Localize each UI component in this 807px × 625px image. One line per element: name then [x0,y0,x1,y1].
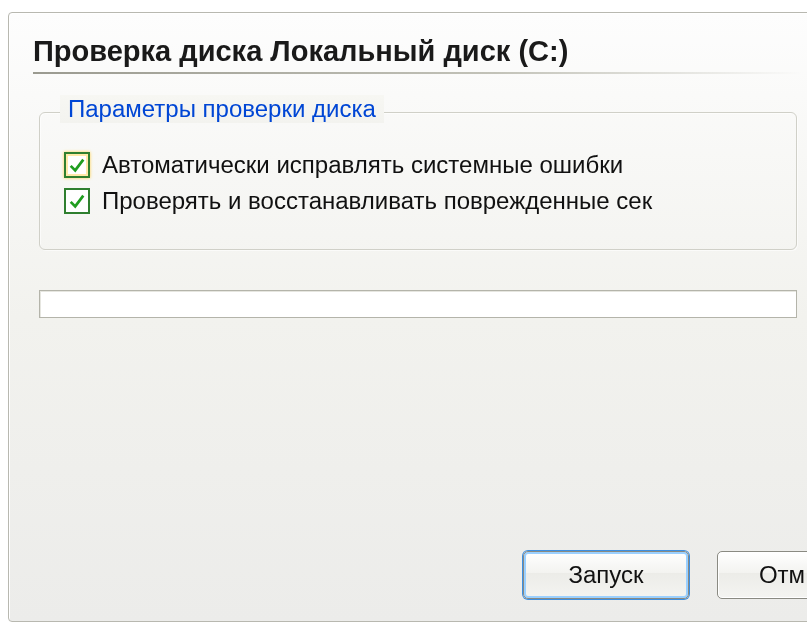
check-icon [68,192,86,210]
button-row: Запуск Отм [9,551,807,599]
title-bar: Проверка диска Локальный диск (C:) [9,13,807,84]
button-label: Отм [759,561,805,589]
checkbox-fix-errors[interactable] [64,152,90,178]
title-separator [33,72,803,74]
dialog-content: Параметры проверки диска Автоматически и… [9,84,807,318]
start-button[interactable]: Запуск [523,551,689,599]
cancel-button[interactable]: Отм [717,551,807,599]
check-icon [68,156,86,174]
group-legend: Параметры проверки диска [60,95,384,123]
option-row-scan-recover[interactable]: Проверять и восстанавливать поврежденные… [64,187,772,215]
option-row-fix-errors[interactable]: Автоматически исправлять системные ошибк… [64,151,772,179]
disk-check-options-group: Параметры проверки диска Автоматически и… [39,112,797,250]
button-label: Запуск [568,561,643,589]
option-label: Проверять и восстанавливать поврежденные… [102,187,652,215]
progress-bar [39,290,797,318]
dialog-window: Проверка диска Локальный диск (C:) Парам… [8,12,807,622]
checkbox-scan-recover[interactable] [64,188,90,214]
dialog-title: Проверка диска Локальный диск (C:) [33,35,803,68]
option-label: Автоматически исправлять системные ошибк… [102,151,623,179]
